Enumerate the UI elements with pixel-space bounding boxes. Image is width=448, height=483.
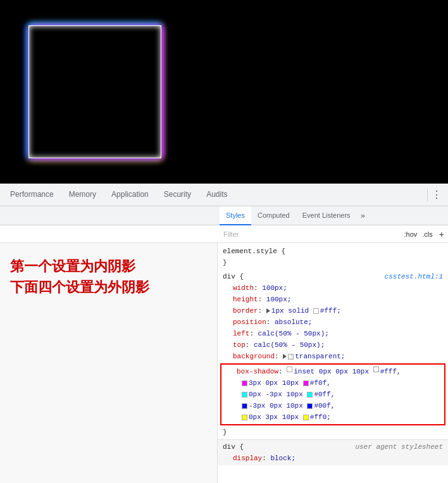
prop-box-shadow: box-shadow : inset 0px 0px 10px #fff, (221, 366, 444, 377)
div-close-brace: } (218, 427, 448, 438)
shadow3-line: 0px -3px 10px #0ff, (221, 389, 444, 400)
tab-memory[interactable]: Memory (61, 184, 104, 206)
box-shadow-section: box-shadow : inset 0px 0px 10px #fff, 3p… (220, 363, 445, 425)
chinese-text: 第一个设置为内阴影 下面四个设置为外阴影 (10, 256, 207, 298)
tab-performance[interactable]: Performance (3, 184, 61, 206)
shadow5-swatch[interactable] (242, 415, 247, 420)
tab-computed[interactable]: Computed (251, 206, 296, 225)
prop-position: position : absolute; (218, 317, 448, 328)
shadow3-color-swatch[interactable] (307, 392, 313, 398)
prop-height: height : 100px; (218, 294, 448, 305)
element-style-close: } (218, 257, 448, 268)
shadow2-swatch[interactable] (242, 380, 247, 386)
tabs-separator (427, 189, 428, 201)
glow-box (28, 25, 161, 158)
prop-top: top : calc(50% - 50px); (218, 339, 448, 351)
inner-tabs-bar: Styles Computed Event Listeners » (0, 206, 448, 225)
shadow1-swatch[interactable] (287, 367, 292, 372)
chinese-line1: 第一个设置为内阴影 (10, 256, 207, 277)
inner-tabs-more-button[interactable]: » (357, 211, 370, 220)
element-style-selector: element.style { (218, 246, 448, 257)
tab-styles[interactable]: Styles (220, 206, 251, 225)
tab-audits[interactable]: Audits (199, 184, 235, 206)
left-panel: 第一个设置为内阴影 下面四个设置为外阴影 (0, 243, 218, 483)
main-content: 第一个设置为内阴影 下面四个设置为外阴影 element.style { } d… (0, 243, 448, 483)
element-style-section: element.style { } (218, 244, 448, 270)
border-color-swatch[interactable] (313, 308, 319, 314)
shadow3-swatch[interactable] (242, 392, 247, 398)
filter-add-button[interactable]: + (435, 229, 448, 239)
background-triangle-icon[interactable] (283, 354, 287, 359)
shadow5-color-swatch[interactable] (303, 415, 309, 420)
tab-application[interactable]: Application (104, 184, 156, 206)
prop-background: background : transparent; (218, 351, 448, 362)
canvas-area (0, 0, 448, 184)
filter-cls-button[interactable]: .cls (420, 230, 435, 238)
filter-hov-button[interactable]: :hov (402, 230, 420, 238)
border-triangle-icon[interactable] (266, 308, 270, 313)
filter-bar: :hov .cls + (0, 225, 448, 243)
right-panel: element.style { } div { csstest.html:1 w… (218, 243, 448, 483)
prop-left: left : calc(50% - 50px); (218, 328, 448, 339)
devtools-panel: Performance Memory Application Security … (0, 184, 448, 483)
shadow1-color-swatch[interactable] (373, 367, 379, 372)
prop-width: width : 100px; (218, 282, 448, 294)
background-color-swatch[interactable] (288, 354, 294, 360)
user-agent-section: div { user agent stylesheet display : bl… (218, 439, 448, 465)
shadow4-swatch[interactable] (242, 403, 247, 409)
prop-border: border : 1px solid #fff; (218, 305, 448, 317)
shadow4-color-swatch[interactable] (307, 403, 313, 409)
chinese-line2: 下面四个设置为外阴影 (10, 277, 207, 298)
tab-security[interactable]: Security (156, 184, 199, 206)
shadow2-color-swatch[interactable] (303, 380, 309, 386)
filter-input[interactable] (220, 230, 402, 238)
ua-prop-display: display : block; (218, 453, 448, 464)
ua-div-selector: div { user agent stylesheet (218, 441, 448, 453)
tab-event-listeners[interactable]: Event Listeners (296, 206, 357, 225)
tabs-menu-button[interactable]: ⋮ (430, 184, 443, 206)
div-selector-line: div { csstest.html:1 (218, 271, 448, 282)
top-tabs-bar: Performance Memory Application Security … (0, 184, 448, 206)
shadow4-line: -3px 0px 10px #00f, (221, 400, 444, 411)
shadow2-line: 3px 0px 10px #f0f, (221, 377, 444, 389)
shadow5-line: 0px 3px 10px #ff0; (221, 411, 444, 423)
div-section: div { csstest.html:1 width : 100px; heig… (218, 270, 448, 439)
